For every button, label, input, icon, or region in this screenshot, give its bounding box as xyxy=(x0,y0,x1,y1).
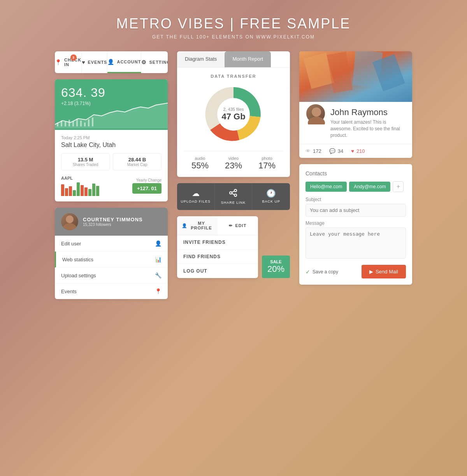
stat-photo: photo 17% xyxy=(258,156,276,171)
stock-bottom-row: AAPL Yearly Change +127. 01 xyxy=(61,176,162,196)
menu-item-events[interactable]: Events 📍 xyxy=(55,284,168,299)
stock-card: 634. 39 +2.18 (3.71%) xyxy=(55,79,168,201)
audio-value: 55% xyxy=(191,161,209,171)
menu-find-friends[interactable]: FIND FRIENDS xyxy=(177,250,258,264)
menu-item-stats[interactable]: Web statistics 📊 xyxy=(55,252,168,268)
svg-rect-5 xyxy=(76,119,78,126)
profile-tabs: 👤 MY PROFILE ✏ EDIT xyxy=(177,216,258,235)
donut-size: 47 Gb xyxy=(221,112,245,122)
svg-rect-9 xyxy=(92,117,93,126)
tab-events-label: EVENTS xyxy=(88,60,107,65)
tag-hello[interactable]: Hello@me.com xyxy=(305,182,347,192)
backup-btn[interactable]: 🕐 BACK UP xyxy=(252,183,290,210)
donut-files: 2, 435 files xyxy=(221,107,245,112)
tab-events[interactable]: ♥ EVENTS xyxy=(82,51,107,73)
send-icon: ▶ xyxy=(369,269,373,275)
bar-item xyxy=(61,184,64,196)
message-label: Message xyxy=(305,220,406,226)
add-contact-btn[interactable]: + xyxy=(393,181,404,192)
edit-pencil-icon: ✏ xyxy=(229,223,233,228)
svg-rect-2 xyxy=(65,122,66,126)
edit-label: EDIT xyxy=(235,223,246,228)
action-grid: ☁ UPLOAD FILES SHARE LINK 🕐 BACK U xyxy=(177,183,290,210)
stat-shares: 13.5 M Shares Traded xyxy=(61,153,110,170)
share-icon xyxy=(218,189,249,199)
yearly-section: Yearly Change +127. 01 xyxy=(132,178,162,194)
right-column: John Raymons Your talent amazes! This is… xyxy=(299,51,412,299)
video-value: 23% xyxy=(225,161,242,171)
menu-item-edit[interactable]: Edit user 👤 xyxy=(55,236,168,252)
stock-stats: 13.5 M Shares Traded 28.44 B Market Cap xyxy=(61,153,162,170)
my-profile-icon: 👤 xyxy=(182,223,188,228)
menu-item-edit-label: Edit user xyxy=(61,241,81,247)
subject-input[interactable] xyxy=(305,204,406,217)
tab-settings-label: SETTINGS xyxy=(149,60,168,65)
data-transfer-card: Diagram Stats Month Report DATA TRANSFER xyxy=(177,51,290,177)
tab-account[interactable]: 👤 ACCOUNT xyxy=(107,51,141,73)
contact-form: Contacts Hello@me.com Andy@me.com + Subj… xyxy=(299,164,412,285)
yearly-label: Yearly Change xyxy=(132,178,162,182)
bar-item xyxy=(96,186,99,196)
sale-label: SALE xyxy=(270,259,281,264)
sale-badge: SALE 20% xyxy=(262,256,290,278)
tab-diagram-stats[interactable]: Diagram Stats xyxy=(177,51,225,67)
svg-line-17 xyxy=(232,194,234,195)
audio-label: audio xyxy=(191,156,209,161)
cap-value: 28.44 B xyxy=(116,157,158,163)
donut-chart: 2, 435 files 47 Gb xyxy=(183,83,284,145)
menu-item-upload-label: Upload settings xyxy=(61,273,96,278)
stock-header: 634. 39 +2.18 (3.71%) xyxy=(55,79,168,130)
menu-invite-friends[interactable]: INVITE FRIENDS xyxy=(177,235,258,250)
bar-item xyxy=(65,188,68,196)
message-textarea[interactable] xyxy=(305,228,406,259)
check-icon: ✓ xyxy=(305,269,310,275)
views-count: 172 xyxy=(313,148,321,154)
likes-count: 210 xyxy=(356,148,365,154)
photo-value: 17% xyxy=(258,161,276,171)
upload-icon: ☁ xyxy=(180,189,211,198)
bar-item xyxy=(92,184,95,196)
send-label: Send Mail xyxy=(376,269,398,275)
stat-audio: audio 55% xyxy=(191,156,209,171)
save-copy-checkbox[interactable]: ✓ Save a copy xyxy=(305,269,338,275)
stock-ticker: AAPL xyxy=(61,176,99,180)
contact-tags: Hello@me.com Andy@me.com + xyxy=(305,181,406,192)
shares-label: Shares Traded xyxy=(65,163,106,167)
tab-my-profile[interactable]: 👤 MY PROFILE xyxy=(177,216,218,235)
comments-count: 34 xyxy=(338,148,343,154)
bar-item xyxy=(84,187,88,196)
profile-banner xyxy=(299,51,412,102)
mid-bottom: 👤 MY PROFILE ✏ EDIT INVITE FRIENDS FIND … xyxy=(177,216,290,278)
stat-cap: 28.44 B Market Cap xyxy=(113,153,162,170)
shares-value: 13.5 M xyxy=(65,157,106,163)
profile-menu-items: INVITE FRIENDS FIND FRIENDS LOG OUT xyxy=(177,235,258,278)
subject-label: Subject xyxy=(305,197,406,202)
tab-checkin[interactable]: 📍 CHECK IN 3 xyxy=(55,51,82,73)
svg-rect-0 xyxy=(57,122,58,126)
tab-month-report[interactable]: Month Report xyxy=(225,51,271,67)
tag-andy[interactable]: Andy@me.com xyxy=(349,182,390,192)
page-header: METRO VIBES | FREE SAMPLE GET THE FULL 1… xyxy=(0,0,467,51)
tab-settings[interactable]: ⚙ SETTINGS xyxy=(141,51,168,73)
stock-price: 634. 39 xyxy=(61,86,162,100)
send-mail-btn[interactable]: ▶ Send Mail xyxy=(362,265,406,278)
share-link-btn[interactable]: SHARE LINK xyxy=(215,183,253,210)
user-followers: 15,323 followers xyxy=(83,222,143,227)
menu-item-stats-label: Web statistics xyxy=(62,257,93,262)
stat-video: video 23% xyxy=(225,156,242,171)
photo-label: photo xyxy=(258,156,276,161)
edit-user-icon: 👤 xyxy=(155,240,162,247)
profile-card: John Raymons Your talent amazes! This is… xyxy=(299,51,412,158)
menu-item-upload[interactable]: Upload settings 🔧 xyxy=(55,268,168,284)
account-icon: 👤 xyxy=(107,59,114,65)
user-avatar xyxy=(61,213,78,230)
cap-label: Market Cap xyxy=(116,163,158,167)
svg-rect-4 xyxy=(72,121,74,126)
stat-views: 👁 172 xyxy=(305,148,321,154)
upload-files-btn[interactable]: ☁ UPLOAD FILES xyxy=(177,183,215,210)
svg-point-10 xyxy=(66,215,74,223)
user-menu: COURTNEY TIMMONS 15,323 followers Edit u… xyxy=(55,208,168,299)
tab-edit[interactable]: ✏ EDIT xyxy=(218,216,258,235)
menu-log-out[interactable]: LOG OUT xyxy=(177,264,258,278)
yearly-badge: +127. 01 xyxy=(132,183,162,194)
